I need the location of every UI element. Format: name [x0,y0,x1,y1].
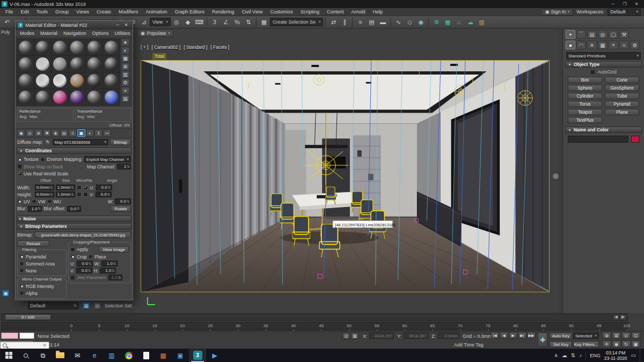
close-icon[interactable]: ✕ [42,343,47,348]
zoom-region-icon[interactable]: ⊡ [631,332,640,339]
lights-category[interactable]: ☀ [587,41,597,49]
notepad-app[interactable] [137,349,155,362]
reset-map-icon[interactable]: ✖ [43,129,51,137]
add-time-tag[interactable]: Add Time Tag [454,342,484,348]
width-offset-spinner[interactable]: 0.0mm⇅ [35,184,54,190]
onedrive-icon[interactable]: ☁ [562,352,567,358]
create-cone-button[interactable]: Cone [605,77,639,83]
auto-key-button[interactable]: Auto Key [550,333,572,339]
go-to-parent-icon[interactable]: ↥ [94,129,103,137]
primitives-dropdown[interactable]: Standard Primitives ▾ [566,52,641,60]
volume-icon[interactable]: ♪ [579,352,582,358]
create-cylinder-button[interactable]: Cylinder [568,93,602,99]
apply-checkbox[interactable] [70,247,75,252]
menu-views[interactable]: Views [72,9,93,15]
office-app[interactable]: ▦ [155,349,172,362]
object-name-field[interactable] [568,136,628,143]
u-angle-spinner[interactable]: 0.0⇅ [96,184,112,190]
material-slot[interactable] [103,56,120,72]
put-to-scene-icon[interactable]: ◎ [26,129,34,137]
object-type-rollout-header[interactable]: ▼ Object Type [565,61,642,68]
maximize-viewport-icon[interactable]: ▣ [631,341,640,348]
layer-manager-icon[interactable]: ≡ [355,17,365,27]
material-slot[interactable] [86,39,103,55]
sign-in-button[interactable]: ◉ Sign In ▾ [541,9,573,16]
material-slot[interactable] [34,89,51,105]
modify-tab[interactable]: ⌒ [576,30,586,39]
play-button[interactable]: ▶ [509,332,517,339]
reference-coordinate-dropdown[interactable]: View▾ [150,18,171,26]
show-desktop-button[interactable] [640,349,642,362]
spinner-arrows-icon[interactable]: ⇅ [74,304,77,308]
tile-v-checkbox[interactable] [83,192,88,197]
create-pyramid-button[interactable]: Pyramid [605,101,639,107]
spacewarps-category[interactable]: ≈ [619,41,629,49]
menu-rendering[interactable]: Rendering [208,9,238,15]
menu-create[interactable]: Create [93,9,115,15]
menu-modifiers[interactable]: Modifiers [115,9,142,15]
display-tab[interactable]: ▢ [609,30,618,39]
selection-sets-icon[interactable]: ▦ [82,302,90,309]
undo-icon[interactable]: ↶ [2,17,12,27]
material-slot[interactable] [52,89,68,105]
wu-radio[interactable] [47,199,52,204]
render-setup-icon[interactable]: ⚙ [431,17,442,27]
create-teapot-button[interactable]: Teapot [568,109,602,115]
orbit-icon[interactable]: ↻ [621,341,631,348]
action-center-icon[interactable]: ▭ [631,352,636,358]
minimize-button[interactable]: ─ [607,1,619,8]
maximize-button[interactable]: ❐ [619,1,631,8]
crop-h-spinner[interactable]: 1.0⇅ [100,268,116,274]
material-slot[interactable] [69,72,85,88]
file-explorer-app[interactable] [52,349,69,362]
bitmap-parameters-rollout-header[interactable]: ▼ Bitmap Parameters [17,223,131,230]
menu-group[interactable]: Group [52,9,72,15]
material-slot[interactable] [103,72,120,88]
viewport-plus-menu[interactable]: [ + ] [141,45,148,50]
material-slot[interactable] [69,56,85,72]
set-key-button[interactable]: Set Key [550,341,572,348]
show-map-in-viewport-icon[interactable]: ▣ [77,129,85,137]
create-textplus-button[interactable]: TextPlus [568,117,602,123]
me-menu-utilities[interactable]: Utilities [112,30,133,36]
summed-area-radio[interactable] [19,261,24,266]
material-slot[interactable] [52,39,68,55]
me-close-button[interactable]: ✕ [122,22,130,28]
viewport-camera-menu[interactable]: [ Camera002 ] [151,45,180,50]
media-app[interactable]: ▶ [206,349,223,362]
populate-dropdown[interactable]: ◉ Populate ▾ [137,29,173,37]
macro-recorder-field[interactable] [1,333,18,339]
view-image-button[interactable]: View Image [99,246,129,253]
walk-through-icon[interactable]: ◉ [612,341,621,348]
crop-radio[interactable] [70,254,75,259]
edit-selection-sets-icon[interactable]: ▦ [259,17,269,27]
viewport-shading-menu[interactable]: [ Standard ] [184,45,207,50]
menu-scripting[interactable]: Scripting [297,9,323,15]
material-id-icon[interactable]: 0 [69,129,77,137]
zoom-extents-icon[interactable]: ⊙ [621,332,631,339]
go-forward-icon[interactable]: ↦ [103,129,111,137]
make-unique-icon[interactable]: ◈ [52,129,60,137]
use-pivot-center-icon[interactable]: ◎ [171,17,182,27]
pyramidal-radio[interactable] [19,254,24,259]
snaps-toggle-icon[interactable]: 3 [209,17,220,27]
menu-civil-view[interactable]: Civil View [238,9,267,15]
hidden-icons-chevron[interactable]: ∧ [554,352,558,358]
object-color-swatch[interactable] [631,136,639,143]
menu-customize[interactable]: Customize [266,9,297,15]
tile-u-checkbox[interactable] [83,185,88,190]
select-by-material-icon[interactable]: ⌖ [121,87,129,94]
get-material-icon[interactable]: ◉ [17,129,25,137]
isolate-toggle-icon[interactable]: ◎ [93,302,101,309]
navigation-wheel-icon[interactable] [552,172,560,180]
me-menu-modes[interactable]: Modes [17,30,37,36]
geometry-category[interactable]: ● [566,41,575,49]
reload-button[interactable]: Reload [17,240,49,247]
taskbar-clock[interactable]: 03:14 PM 23-11-2020 [604,350,627,361]
alpha-radio[interactable] [19,291,24,295]
map-channel-spinner[interactable]: 1⇅ [117,164,131,169]
mirror-icon[interactable]: ⇄ [328,17,339,27]
select-and-manipulate-icon[interactable]: ◆ [182,17,193,27]
percent-snap-icon[interactable]: % [232,17,243,27]
ribbon-icon[interactable]: ▬ [377,17,388,27]
